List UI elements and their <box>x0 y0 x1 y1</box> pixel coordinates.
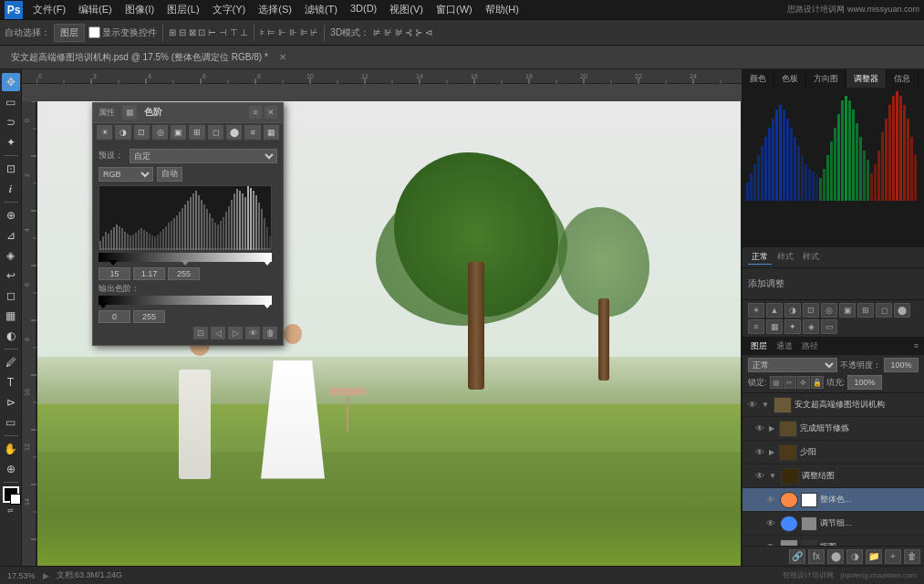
layer-visibility-btn[interactable]: 👁 <box>764 494 777 506</box>
layer-item[interactable]: 👁 抠图 <box>742 536 924 546</box>
menu-filter[interactable]: 滤镜(T) <box>299 1 343 18</box>
channels-tab[interactable]: 通道 <box>773 340 795 352</box>
layer-item[interactable]: 👁 ▼ 安文超高端修图培训机构 <box>742 393 924 417</box>
input-mid-field[interactable]: 1.17 <box>133 267 165 280</box>
adj-posterize-icon[interactable]: ▭ <box>821 319 837 334</box>
input-levels-track[interactable] <box>99 253 272 262</box>
properties-tab[interactable]: 属性 <box>99 107 115 119</box>
tab-color[interactable]: 颜色 <box>742 69 774 88</box>
show-transform-checkbox[interactable] <box>88 26 100 38</box>
swap-colors[interactable]: ⇄ <box>7 506 14 515</box>
adj-vibrance-icon[interactable]: ◎ <box>821 303 837 318</box>
menu-window[interactable]: 窗口(W) <box>431 1 478 18</box>
link-layers-btn[interactable]: 🔗 <box>789 549 805 564</box>
input-black-field[interactable]: 15 <box>99 267 130 280</box>
layer-item[interactable]: 👁 调节细... <box>742 512 924 536</box>
history-brush-tool[interactable]: ↩ <box>2 266 20 285</box>
close-tab-icon[interactable]: ✕ <box>275 51 290 63</box>
create-adjustment-btn[interactable]: ◑ <box>846 549 863 564</box>
output-white-field[interactable]: 255 <box>133 310 165 323</box>
panel-close-btn[interactable]: ✕ <box>265 106 277 119</box>
create-group-btn[interactable]: 📁 <box>866 549 882 564</box>
opacity-input[interactable]: 100% <box>884 358 919 372</box>
adj-exposure-icon[interactable]: ⊡ <box>803 303 819 318</box>
tab-info[interactable]: 信息 <box>887 69 919 88</box>
magic-wand-tool[interactable]: ✦ <box>2 133 20 151</box>
path-select-tool[interactable]: ⊳ <box>2 393 20 412</box>
menu-layer[interactable]: 图层(L) <box>161 1 204 18</box>
layer-item[interactable]: 👁 整体色... <box>742 488 924 512</box>
eye-btn[interactable]: 👁 <box>245 327 260 339</box>
bw-icon[interactable]: ◻ <box>208 125 223 140</box>
vibrance-icon[interactable]: ◎ <box>152 125 168 140</box>
blur-tool[interactable]: ◐ <box>2 327 20 345</box>
menu-view[interactable]: 视图(V) <box>384 1 429 18</box>
adj-hsl-icon[interactable]: ▣ <box>839 303 856 318</box>
create-layer-btn[interactable]: + <box>885 549 901 564</box>
layer-visibility-btn[interactable]: 👁 <box>746 399 759 412</box>
layer-visibility-btn[interactable]: 👁 <box>764 517 777 530</box>
layers-menu-btn[interactable]: ≡ <box>914 341 919 350</box>
exposure-icon[interactable]: ⊡ <box>134 125 150 140</box>
adj-levels-icon[interactable]: ▲ <box>766 303 783 318</box>
canvas-viewport[interactable]: 属性 ▦ 色阶 ≡ ✕ ☀ ◑ ⊡ <box>36 101 742 566</box>
hsl-icon[interactable]: ▣ <box>171 125 186 140</box>
layer-visibility-btn[interactable]: 👁 <box>753 422 766 435</box>
layers-tab[interactable]: 图层 <box>748 340 770 352</box>
mid-point-slider[interactable] <box>181 260 190 266</box>
healing-tool[interactable]: ⊕ <box>2 206 20 224</box>
panel-menu-btn[interactable]: ≡ <box>249 106 262 119</box>
auto-button[interactable]: 自动 <box>157 167 182 182</box>
normal-style-tab[interactable]: 正常 <box>748 250 772 265</box>
layer-visibility-btn[interactable]: 👁 <box>753 470 766 483</box>
delete-layer-btn[interactable]: 🗑 <box>904 549 920 564</box>
marquee-tool[interactable]: ▭ <box>2 93 20 111</box>
shape-tool[interactable]: ▭ <box>2 413 20 432</box>
hand-tool[interactable]: ✋ <box>2 440 20 458</box>
eraser-tool[interactable]: ◻ <box>2 287 20 305</box>
input-white-field[interactable]: 255 <box>168 267 200 280</box>
zoom-tool[interactable]: ⊕ <box>2 460 20 478</box>
add-mask-btn[interactable]: ⬤ <box>827 549 844 564</box>
layer-expand-arrow[interactable]: ▼ <box>769 472 776 480</box>
adj-photofilter-icon[interactable]: ⬤ <box>894 303 910 318</box>
adj-channelmixer-icon[interactable]: ≡ <box>748 319 764 334</box>
layer-item[interactable]: 👁 ▶ 少阳 <box>742 441 924 464</box>
file-tab[interactable]: 安文超高端修图培训机构.psd @ 17.5% (整体色调定位 RGB/8) * <box>7 50 272 65</box>
tab-histogram[interactable]: 调整器 <box>846 69 887 88</box>
trash-btn[interactable]: 🗑 <box>263 327 277 339</box>
menu-select[interactable]: 选择(S) <box>253 1 297 18</box>
menu-help[interactable]: 帮助(H) <box>480 1 524 18</box>
paths-tab[interactable]: 路径 <box>799 340 821 352</box>
next-btn[interactable]: ▷ <box>228 327 243 339</box>
brightness-icon[interactable]: ☀ <box>97 125 112 140</box>
tab-swatches[interactable]: 色板 <box>774 69 806 88</box>
style-tab-2[interactable]: 样式 <box>773 250 797 265</box>
lock-position-btn[interactable]: ✥ <box>797 376 810 389</box>
menu-image[interactable]: 图像(I) <box>119 1 160 18</box>
lock-pixels-btn[interactable]: ✏ <box>784 376 796 389</box>
lasso-tool[interactable]: ⊃ <box>2 113 20 131</box>
adj-gradientmap-icon[interactable]: ▦ <box>766 319 783 334</box>
gradient-tool[interactable]: ▦ <box>2 307 20 325</box>
black-point-slider[interactable] <box>109 260 118 266</box>
output-black-slider[interactable] <box>99 303 108 308</box>
adj-bw-icon[interactable]: ◻ <box>876 303 892 318</box>
layer-item[interactable]: 👁 ▼ 调整结图 <box>742 464 924 488</box>
style-tab-3[interactable]: 样式 <box>799 250 823 265</box>
layer-expand-arrow[interactable]: ▼ <box>762 401 769 409</box>
curves-icon[interactable]: ◑ <box>115 125 130 140</box>
clone-tool[interactable]: ◈ <box>2 246 20 265</box>
layer-visibility-btn[interactable]: 👁 <box>753 446 766 459</box>
clip-to-layer-btn[interactable]: ⊡ <box>193 327 208 339</box>
text-tool[interactable]: T <box>2 373 20 391</box>
lock-transparent-btn[interactable]: ▦ <box>770 376 783 389</box>
menu-3d[interactable]: 3D(D) <box>345 1 382 18</box>
layer-expand-arrow[interactable]: ▶ <box>769 424 774 433</box>
brush-tool[interactable]: ⊿ <box>2 226 20 245</box>
menu-edit[interactable]: 编辑(E) <box>73 1 118 18</box>
channel-mixer-icon[interactable]: ≡ <box>244 125 260 140</box>
add-style-btn[interactable]: fx <box>808 549 825 564</box>
channel-select[interactable]: RGB <box>99 167 153 182</box>
blend-mode-select[interactable]: 正常 <box>748 358 837 372</box>
